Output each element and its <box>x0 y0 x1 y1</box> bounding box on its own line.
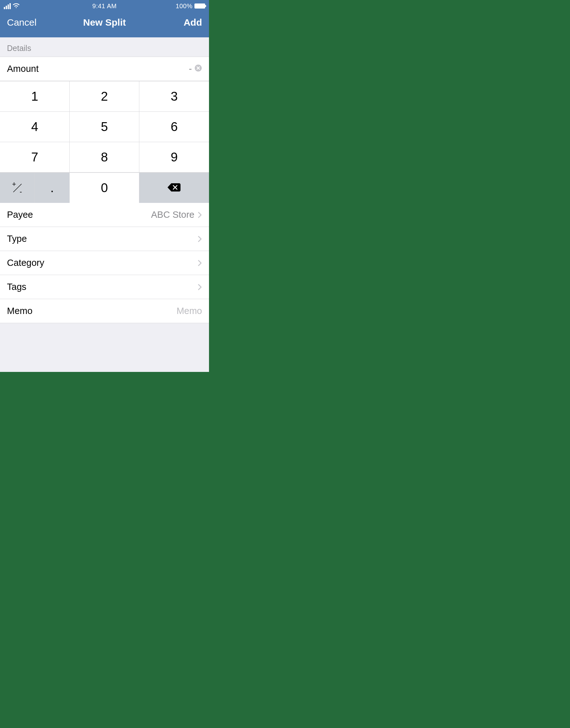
key-0[interactable]: 0 <box>70 172 139 203</box>
cancel-button[interactable]: Cancel <box>7 17 36 28</box>
amount-row[interactable]: Amount - <box>0 57 209 81</box>
payee-row[interactable]: Payee ABC Store <box>0 203 209 227</box>
category-row[interactable]: Category <box>0 251 209 275</box>
section-header-details: Details <box>0 37 209 57</box>
key-7[interactable]: 7 <box>0 142 70 172</box>
keypad-bottom-row: + - . 0 <box>0 172 209 203</box>
key-3[interactable]: 3 <box>139 81 209 111</box>
svg-text:+: + <box>12 180 16 188</box>
payee-value: ABC Store <box>151 209 195 220</box>
key-6[interactable]: 6 <box>139 111 209 142</box>
memo-input[interactable] <box>139 306 202 316</box>
nav-bar: Cancel New Split Add <box>0 12 209 37</box>
chevron-right-icon <box>198 211 202 218</box>
memo-row[interactable]: Memo <box>0 299 209 323</box>
add-button[interactable]: Add <box>184 17 202 28</box>
key-backspace[interactable] <box>139 172 209 203</box>
chevron-right-icon <box>198 235 202 242</box>
status-bar: 9:41 AM 100% <box>0 0 209 12</box>
key-4[interactable]: 4 <box>0 111 70 142</box>
key-plus-minus[interactable]: + - <box>0 172 35 203</box>
phone-screen: 9:41 AM 100% Cancel New Split Add Detail… <box>0 0 209 372</box>
tags-label: Tags <box>7 282 26 292</box>
type-label: Type <box>7 233 27 244</box>
backspace-icon <box>167 181 181 195</box>
numeric-keypad: 1 2 3 4 5 6 7 8 9 <box>0 81 209 172</box>
amount-value: - <box>189 64 192 74</box>
wifi-icon <box>13 3 20 10</box>
amount-label: Amount <box>7 64 39 74</box>
key-9[interactable]: 9 <box>139 142 209 172</box>
chevron-right-icon <box>198 283 202 290</box>
cellular-signal-icon <box>4 3 11 9</box>
chevron-right-icon <box>198 259 202 266</box>
key-5[interactable]: 5 <box>70 111 139 142</box>
tags-row[interactable]: Tags <box>0 275 209 299</box>
category-label: Category <box>7 258 44 268</box>
svg-text:-: - <box>20 188 22 196</box>
app-header: 9:41 AM 100% Cancel New Split Add <box>0 0 209 37</box>
key-2[interactable]: 2 <box>70 81 139 111</box>
key-1[interactable]: 1 <box>0 81 70 111</box>
memo-label: Memo <box>7 306 33 316</box>
key-decimal[interactable]: . <box>35 172 70 203</box>
payee-label: Payee <box>7 209 33 220</box>
status-time: 9:41 AM <box>92 3 117 9</box>
battery-percent: 100% <box>176 3 193 10</box>
type-row[interactable]: Type <box>0 227 209 251</box>
clear-amount-icon[interactable] <box>195 64 202 74</box>
key-8[interactable]: 8 <box>70 142 139 172</box>
battery-icon <box>195 3 205 9</box>
